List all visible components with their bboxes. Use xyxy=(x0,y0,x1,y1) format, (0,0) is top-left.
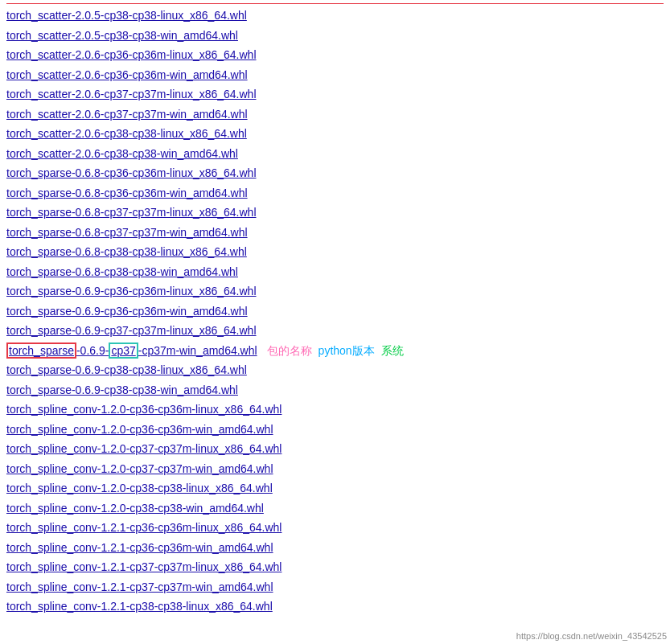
highlight-link[interactable]: torch_sparse-0.6.9-cp37-cp37m-win_amd64.… xyxy=(6,341,257,361)
link-item[interactable]: torch_scatter-2.0.6-cp36-cp36m-win_amd64… xyxy=(6,65,664,85)
link-item[interactable]: torch_scatter-2.0.6-cp37-cp37m-win_amd64… xyxy=(6,105,664,125)
link-item[interactable]: torch_sparse-0.6.8-cp37-cp37m-linux_x86_… xyxy=(6,203,664,223)
pkg-label: 包的名称 xyxy=(267,341,312,361)
links-before-section: torch_scatter-2.0.5-cp38-cp38-linux_x86_… xyxy=(6,6,664,341)
link-item[interactable]: torch_scatter-2.0.6-cp37-cp37m-linux_x86… xyxy=(6,84,664,105)
link-item[interactable]: torch_spline_conv-1.2.1-cp37-cp37m-win_a… xyxy=(6,577,664,597)
link-item[interactable]: torch_sparse-0.6.8-cp36-cp36m-linux_x86_… xyxy=(6,163,664,183)
link-item[interactable]: torch_scatter-2.0.6-cp36-cp36m-linux_x86… xyxy=(6,45,664,65)
link-item[interactable]: torch_spline_conv-1.2.0-cp36-cp36m-win_a… xyxy=(6,420,664,440)
link-item[interactable]: torch_sparse-0.6.9-cp36-cp36m-linux_x86_… xyxy=(6,281,664,301)
link-item[interactable]: torch_sparse-0.6.9-cp38-cp38-win_amd64.w… xyxy=(6,380,664,400)
link-item[interactable]: torch_scatter-2.0.6-cp38-cp38-linux_x86_… xyxy=(6,124,664,144)
link-item[interactable]: torch_sparse-0.6.8-cp38-cp38-win_amd64.w… xyxy=(6,262,664,282)
python-version-highlight: cp37 xyxy=(109,343,138,359)
py-label: python版本 xyxy=(319,341,375,361)
link-item[interactable]: torch_sparse-0.6.8-cp36-cp36m-win_amd64.… xyxy=(6,183,664,203)
link-item[interactable]: torch_sparse-0.6.8-cp37-cp37m-win_amd64.… xyxy=(6,223,664,243)
link-item[interactable]: torch_spline_conv-1.2.0-cp38-cp38-win_am… xyxy=(6,498,664,519)
link-item[interactable]: torch_scatter-2.0.5-cp38-cp38-linux_x86_… xyxy=(6,6,664,26)
link-item[interactable]: torch_spline_conv-1.2.1-cp38-cp38-linux_… xyxy=(6,597,664,617)
sys-label: 系统 xyxy=(381,341,404,361)
link-item[interactable]: torch_spline_conv-1.2.1-cp36-cp36m-linux… xyxy=(6,518,664,538)
link-item[interactable]: torch_spline_conv-1.2.1-cp36-cp36m-win_a… xyxy=(6,538,664,558)
highlight-link-middle: -0.6.9- xyxy=(76,344,109,357)
link-item[interactable]: torch_spline_conv-1.2.1-cp37-cp37m-linux… xyxy=(6,557,664,577)
watermark: https://blog.csdn.net/weixin_43542525 xyxy=(516,631,667,641)
highlight-row: torch_sparse-0.6.9-cp37-cp37m-win_amd64.… xyxy=(6,341,664,361)
highlight-link-suffix: -cp37m-win_amd64.whl xyxy=(138,344,257,357)
link-item[interactable]: torch_scatter-2.0.5-cp38-cp38-win_amd64.… xyxy=(6,26,664,46)
link-item[interactable]: torch_spline_conv-1.2.0-cp36-cp36m-linux… xyxy=(6,400,664,420)
link-item[interactable]: torch_sparse-0.6.8-cp38-cp38-linux_x86_6… xyxy=(6,242,664,262)
link-item[interactable]: torch_sparse-0.6.9-cp38-cp38-linux_x86_6… xyxy=(6,360,664,380)
package-name-highlight: torch_sparse xyxy=(6,343,76,359)
link-item[interactable]: torch_spline_conv-1.2.0-cp37-cp37m-win_a… xyxy=(6,459,664,479)
link-item[interactable]: torch_sparse-0.6.9-cp37-cp37m-linux_x86_… xyxy=(6,321,664,341)
link-item[interactable]: torch_scatter-2.0.6-cp38-cp38-win_amd64.… xyxy=(6,144,664,164)
link-list: torch_scatter-2.0.5-cp38-cp38-linux_x86_… xyxy=(6,6,664,617)
link-item[interactable]: torch_spline_conv-1.2.0-cp38-cp38-linux_… xyxy=(6,478,664,498)
annotation-text: 包的名称 python版本 系统 xyxy=(267,341,404,361)
link-item[interactable]: torch_sparse-0.6.9-cp36-cp36m-win_amd64.… xyxy=(6,301,664,322)
link-item[interactable]: torch_spline_conv-1.2.0-cp37-cp37m-linux… xyxy=(6,439,664,459)
links-after-section: torch_sparse-0.6.9-cp38-cp38-linux_x86_6… xyxy=(6,360,664,617)
